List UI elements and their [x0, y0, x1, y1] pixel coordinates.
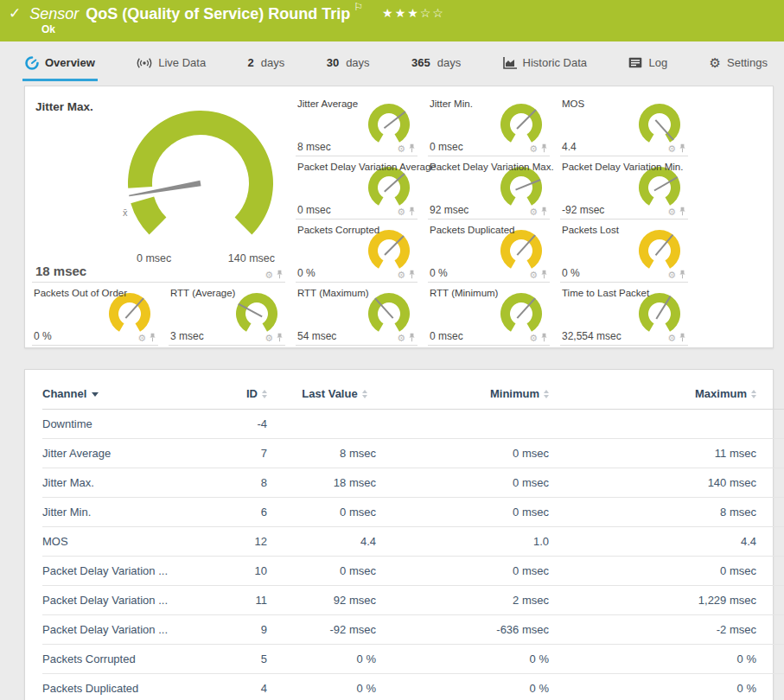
- channel-name: Jitter Min.: [42, 498, 215, 527]
- gauge-value: 3 msec: [170, 330, 204, 342]
- channel-name: MOS: [42, 527, 215, 557]
- table-row: MOS 12 4.4 1.0 4.4 ⚙⚙: [42, 527, 784, 557]
- tab-2-days[interactable]: 2 days: [245, 47, 288, 81]
- pin-icon[interactable]: [149, 333, 156, 342]
- channel-id: 7: [215, 439, 267, 468]
- gauge-cell-packets-corrupted: Packets Corrupted 0 % ⚙: [296, 220, 417, 283]
- gauge-value: 0 %: [34, 330, 52, 342]
- gauge-panel: Jitter Max. x̄ 0 msec 140 msec 18 msec ⚙…: [24, 86, 774, 348]
- gear-icon[interactable]: ⚙: [529, 270, 538, 279]
- gauge-title: RTT (Maximum): [297, 288, 369, 298]
- gauge-cell-packet-delay-variation-min-: Packet Delay Variation Min. -92 msec ⚙: [560, 156, 688, 220]
- gear-icon[interactable]: ⚙: [667, 270, 676, 279]
- pin-icon[interactable]: [408, 333, 416, 342]
- gauge-title: Packets Out of Order: [34, 288, 127, 298]
- pin-icon[interactable]: [408, 207, 416, 216]
- column-header-id[interactable]: ID: [215, 385, 267, 410]
- gear-icon[interactable]: ⚙: [667, 334, 676, 342]
- pin-icon[interactable]: [540, 207, 548, 216]
- tab-30-days[interactable]: 30 days: [324, 47, 373, 81]
- tab-live-data[interactable]: Live Data: [134, 47, 208, 81]
- gauge-title: Packet Delay Variation Max.: [430, 162, 554, 172]
- gauge-cell-jitter-min-: Jitter Min. 0 msec ⚙: [428, 93, 550, 156]
- tab-number: 30: [327, 56, 339, 69]
- status-ok-check-icon: ✓: [9, 4, 21, 23]
- gauge-title: MOS: [562, 99, 584, 109]
- gear-icon[interactable]: ⚙: [529, 334, 538, 342]
- pin-icon[interactable]: [540, 333, 548, 342]
- pin-icon[interactable]: [540, 143, 548, 153]
- channel-maximum: 8 msec: [582, 498, 784, 527]
- gauge-title: Packet Delay Variation Average: [297, 162, 437, 172]
- tab-settings[interactable]: ⚙ Settings: [707, 47, 770, 81]
- star-empty-icon[interactable]: ☆: [432, 6, 445, 20]
- channel-minimum: -636 msec: [376, 615, 582, 645]
- star-rating: ★★★☆☆: [382, 4, 445, 22]
- gauge-value: 0 msec: [297, 204, 331, 216]
- pin-icon[interactable]: [408, 270, 416, 279]
- pin-icon[interactable]: [679, 207, 686, 216]
- column-header-minimum[interactable]: Minimum: [376, 385, 582, 410]
- column-header-last-value[interactable]: Last Value: [267, 385, 376, 410]
- flag-icon[interactable]: ⚐: [354, 1, 363, 13]
- channel-last-value: 18 msec: [267, 468, 376, 498]
- channel-name: Downtime: [42, 410, 215, 439]
- channel-name: Packet Delay Variation ...: [42, 615, 215, 645]
- pin-icon[interactable]: [540, 270, 548, 279]
- pin-icon[interactable]: [408, 143, 416, 153]
- channel-minimum: [376, 410, 582, 439]
- tab-number: 2: [248, 56, 254, 69]
- gear-icon[interactable]: ⚙: [265, 334, 273, 342]
- channel-name: Packet Delay Variation ...: [42, 586, 215, 615]
- gear-icon[interactable]: ⚙: [529, 144, 538, 153]
- gear-icon[interactable]: ⚙: [397, 334, 405, 342]
- gauge-cell-rtt-minimum-: RTT (Minimum) 0 msec ⚙: [428, 283, 550, 346]
- gear-icon[interactable]: ⚙: [529, 207, 538, 216]
- star-filled-icon[interactable]: ★: [407, 6, 420, 20]
- gauge-value: 0 %: [430, 267, 448, 279]
- pin-icon[interactable]: [679, 270, 686, 279]
- channel-last-value: 8 msec: [267, 439, 376, 468]
- channel-last-value: 0 %: [267, 645, 376, 674]
- gear-icon[interactable]: ⚙: [397, 144, 405, 153]
- table-row: Jitter Max. 8 18 msec 0 msec 140 msec ⚙⚙: [42, 468, 784, 498]
- column-header-maximum[interactable]: Maximum: [582, 385, 784, 410]
- pin-icon[interactable]: [276, 333, 284, 342]
- gear-icon[interactable]: ⚙: [397, 270, 405, 279]
- channel-maximum: 140 msec: [582, 468, 784, 498]
- area-chart-icon: [503, 57, 517, 69]
- column-header-channel[interactable]: Channel: [42, 385, 215, 410]
- sort-desc-icon: [92, 392, 99, 397]
- star-filled-icon[interactable]: ★: [382, 6, 395, 20]
- gear-icon[interactable]: ⚙: [397, 207, 405, 216]
- tab-365-days[interactable]: 365 days: [409, 47, 463, 81]
- tab-label: Live Data: [158, 56, 206, 69]
- pin-icon[interactable]: [679, 143, 686, 153]
- channel-name: Packets Duplicated: [42, 674, 215, 700]
- gear-icon[interactable]: ⚙: [667, 144, 676, 153]
- gauge-title: Time to Last Packet: [562, 288, 649, 298]
- channel-maximum: 0 %: [582, 645, 784, 674]
- gear-icon[interactable]: ⚙: [137, 334, 146, 342]
- gear-icon[interactable]: ⚙: [265, 270, 273, 279]
- gear-icon[interactable]: ⚙: [667, 207, 676, 216]
- star-empty-icon[interactable]: ☆: [420, 6, 433, 20]
- gauge-scale-max: 140 msec: [228, 252, 275, 264]
- pin-icon[interactable]: [276, 270, 284, 279]
- gauge-cell-rtt-maximum-: RTT (Maximum) 54 msec ⚙: [296, 283, 417, 346]
- channel-minimum: 0 msec: [376, 468, 582, 498]
- gauge-value: 8 msec: [297, 141, 331, 153]
- star-filled-icon[interactable]: ★: [395, 6, 408, 20]
- table-row: Packet Delay Variation ... 9 -92 msec -6…: [42, 615, 784, 645]
- gauge-scale: 0 msec 140 msec: [114, 252, 287, 264]
- tab-label: Historic Data: [523, 56, 587, 69]
- pin-icon[interactable]: [679, 333, 686, 342]
- tab-log[interactable]: Log: [626, 47, 670, 81]
- channel-last-value: -92 msec: [267, 615, 376, 645]
- gauge-title: RTT (Minimum): [430, 288, 498, 298]
- tab-overview[interactable]: Overview: [22, 47, 98, 81]
- primary-gauge-value: 18 msec: [35, 264, 86, 278]
- tab-historic-data[interactable]: Historic Data: [500, 47, 590, 81]
- gauge-value: 4.4: [562, 141, 577, 153]
- gauge-value: 54 msec: [297, 330, 336, 342]
